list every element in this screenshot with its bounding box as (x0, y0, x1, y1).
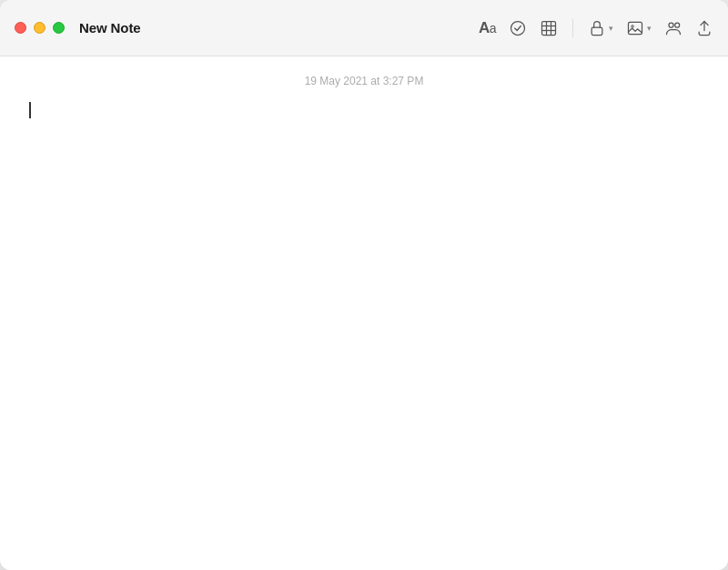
photo-icon (626, 19, 644, 37)
share-icon (695, 19, 713, 37)
notes-window: New Note Aa (0, 0, 728, 570)
svg-point-0 (511, 21, 525, 35)
svg-rect-6 (592, 27, 602, 35)
maximize-button[interactable] (53, 22, 65, 34)
note-content-area: 19 May 2021 at 3:27 PM (0, 56, 728, 570)
checklist-icon (509, 19, 527, 37)
svg-rect-7 (629, 22, 642, 34)
window-title: New Note (79, 20, 141, 36)
lock-chevron-icon: ▾ (609, 24, 613, 33)
svg-rect-1 (542, 21, 556, 35)
titlebar: New Note Aa (0, 0, 728, 56)
format-text-button[interactable]: Aa (479, 19, 496, 37)
note-date: 19 May 2021 at 3:27 PM (305, 75, 424, 87)
close-button[interactable] (15, 22, 26, 34)
traffic-lights (15, 22, 65, 34)
collab-icon (664, 19, 682, 37)
svg-point-10 (675, 23, 680, 27)
media-button[interactable]: ▾ (626, 19, 652, 37)
format-big-a: A (479, 19, 490, 37)
svg-point-9 (669, 23, 673, 27)
lock-icon (588, 19, 606, 37)
svg-point-8 (632, 25, 634, 27)
format-small-a: a (490, 21, 496, 36)
minimize-button[interactable] (34, 22, 46, 34)
share-button[interactable] (695, 19, 713, 37)
checklist-button[interactable] (509, 19, 527, 37)
table-icon (540, 19, 558, 37)
collaborate-button[interactable] (664, 19, 682, 37)
toolbar: Aa (479, 19, 713, 37)
toolbar-separator-1 (572, 19, 573, 37)
note-editor[interactable] (0, 102, 728, 570)
lock-button[interactable]: ▾ (588, 19, 613, 37)
text-cursor (29, 102, 31, 118)
media-chevron-icon: ▾ (647, 24, 652, 33)
table-button[interactable] (540, 19, 558, 37)
